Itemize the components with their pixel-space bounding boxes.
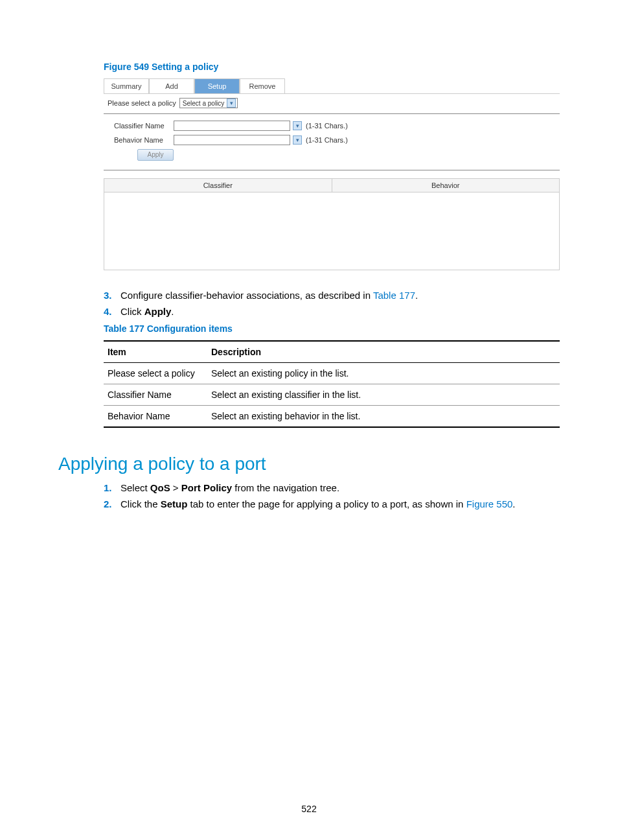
bold-text: Port Policy bbox=[181, 482, 232, 493]
th-item: Item bbox=[104, 341, 207, 363]
ui-screenshot: Summary Add Setup Remove Please select a… bbox=[104, 78, 560, 270]
step-1: 1. Select QoS > Port Policy from the nav… bbox=[104, 482, 560, 493]
step-2-text: Click the Setup tab to enter the page fo… bbox=[120, 498, 560, 509]
chevron-down-icon[interactable]: ▾ bbox=[293, 121, 302, 130]
tab-add[interactable]: Add bbox=[149, 78, 194, 93]
step-1-text: Select QoS > Port Policy from the naviga… bbox=[120, 482, 560, 493]
step-2: 2. Click the Setup tab to enter the page… bbox=[104, 498, 560, 509]
td-item: Behavior Name bbox=[104, 406, 207, 428]
behavior-name-input[interactable] bbox=[174, 135, 290, 145]
chevron-down-icon[interactable]: ▾ bbox=[293, 135, 302, 145]
classifier-name-label: Classifier Name bbox=[114, 122, 174, 130]
td-desc: Select an existing policy in the list. bbox=[207, 363, 560, 384]
table-row: Behavior Name Select an existing behavio… bbox=[104, 406, 560, 428]
grid-col-classifier: Classifier bbox=[104, 179, 332, 192]
tab-remove[interactable]: Remove bbox=[240, 78, 285, 93]
section-heading: Applying a policy to a port bbox=[58, 454, 560, 474]
page-number: 522 bbox=[0, 804, 618, 814]
tab-bar: Summary Add Setup Remove bbox=[104, 78, 560, 94]
grid-body bbox=[104, 192, 560, 270]
link-table-177[interactable]: Table 177 bbox=[373, 290, 415, 301]
behavior-hint: (1-31 Chars.) bbox=[306, 136, 348, 144]
grid-col-behavior: Behavior bbox=[332, 179, 560, 192]
th-description: Description bbox=[207, 341, 560, 363]
chevron-down-icon: ▾ bbox=[227, 99, 236, 108]
policy-select[interactable]: Select a policy ▾ bbox=[179, 98, 238, 108]
policy-select-value: Select a policy bbox=[183, 100, 224, 107]
apply-button[interactable]: Apply bbox=[137, 149, 174, 161]
table-caption: Table 177 Configuration items bbox=[104, 323, 560, 334]
table-row: Classifier Name Select an existing class… bbox=[104, 384, 560, 406]
grid-header: Classifier Behavior bbox=[104, 178, 560, 192]
step-4: 4. Click Apply. bbox=[104, 306, 560, 317]
config-table: Item Description Please select a policy … bbox=[104, 340, 560, 428]
tab-summary[interactable]: Summary bbox=[104, 78, 149, 93]
behavior-name-label: Behavior Name bbox=[114, 136, 174, 144]
step-number: 2. bbox=[104, 498, 120, 509]
form-area: Classifier Name ▾ (1-31 Chars.) Behavior… bbox=[104, 113, 560, 170]
step-number: 4. bbox=[104, 306, 120, 317]
classifier-hint: (1-31 Chars.) bbox=[306, 122, 348, 130]
td-item: Please select a policy bbox=[104, 363, 207, 384]
td-desc: Select an existing classifier in the lis… bbox=[207, 384, 560, 406]
policy-select-label: Please select a policy bbox=[108, 99, 176, 107]
link[interactable]: Figure 550 bbox=[466, 498, 513, 509]
step-number: 3. bbox=[104, 290, 120, 301]
tab-setup[interactable]: Setup bbox=[194, 78, 240, 93]
bold-text: QoS bbox=[150, 482, 170, 493]
table-row: Please select a policy Select an existin… bbox=[104, 363, 560, 384]
td-item: Classifier Name bbox=[104, 384, 207, 406]
apply-label: Apply bbox=[144, 306, 172, 317]
figure-caption: Figure 549 Setting a policy bbox=[104, 62, 560, 72]
step-text: Configure classifier-behavior associatio… bbox=[120, 290, 373, 301]
classifier-name-input[interactable] bbox=[174, 121, 290, 131]
step-text: Click bbox=[120, 306, 144, 317]
step-text-post: . bbox=[171, 306, 174, 317]
step-text-post: . bbox=[415, 290, 418, 301]
bold-text: Setup bbox=[161, 498, 188, 509]
td-desc: Select an existing behavior in the list. bbox=[207, 406, 560, 428]
step-number: 1. bbox=[104, 482, 120, 493]
step-3: 3. Configure classifier-behavior associa… bbox=[104, 290, 560, 301]
